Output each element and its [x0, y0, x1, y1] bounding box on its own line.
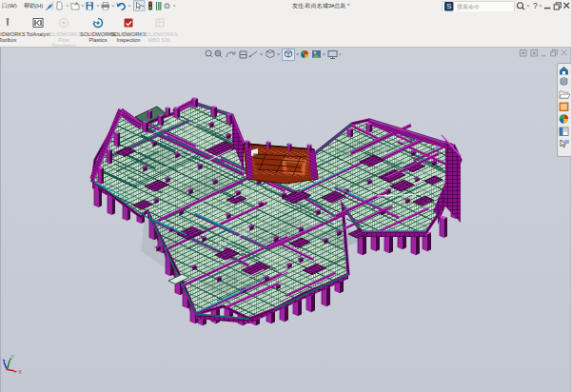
svg-text:X: X — [19, 370, 22, 375]
svg-text:Y: Y — [11, 355, 14, 360]
